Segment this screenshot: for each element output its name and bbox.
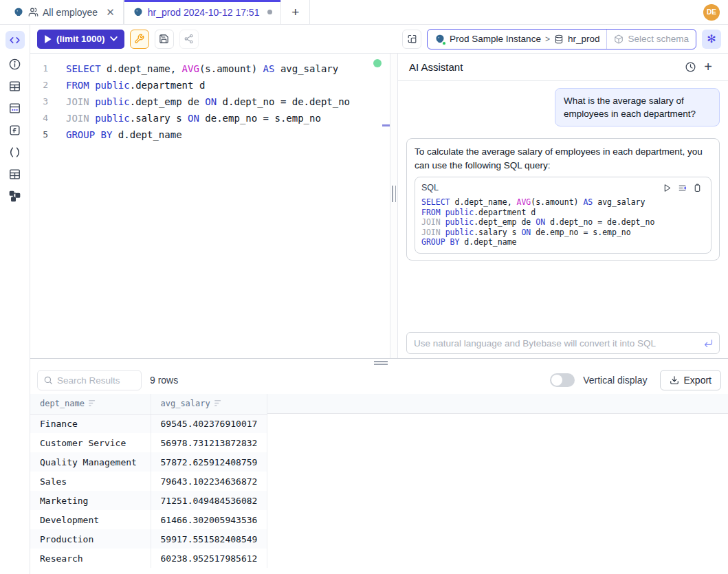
connection-instance-button[interactable]: Prod Sample Instance > hr_prod — [428, 30, 606, 49]
code-line: JOIN public.dept_emp de ON d.dept_no = d… — [66, 93, 350, 110]
diagram-icon — [8, 190, 21, 203]
ai-prompt-input[interactable] — [414, 338, 703, 349]
export-button[interactable]: Export — [660, 370, 721, 390]
close-icon[interactable]: ✕ — [106, 6, 115, 19]
line-number-gutter: 12345 — [30, 60, 58, 143]
grip-icon — [392, 186, 396, 202]
insert-to-editor-button[interactable] — [674, 181, 690, 195]
table-cell[interactable]: Production — [30, 529, 151, 549]
save-sheet-button[interactable] — [155, 30, 174, 49]
search-results-input[interactable] — [57, 375, 135, 386]
schema-placeholder: Select schema — [628, 34, 689, 44]
table-cell[interactable]: Marketing — [30, 491, 151, 510]
table-row[interactable]: Quality Management57872.625912408759 — [30, 452, 267, 472]
line-number: 2 — [30, 77, 48, 93]
horizontal-resize-handle[interactable] — [30, 358, 728, 366]
run-label: (limit 1000) — [56, 34, 105, 44]
panels-icon — [407, 34, 417, 44]
share-sheet-button[interactable] — [179, 30, 199, 49]
table-row[interactable]: Production59917.551582408549 — [30, 529, 267, 549]
save-icon — [159, 34, 169, 44]
sort-icon[interactable] — [214, 400, 222, 407]
results-toolbar: 9 rows Vertical display Export — [30, 366, 728, 394]
vertical-resize-handle[interactable] — [390, 54, 398, 358]
parentheses-icon — [8, 146, 21, 159]
sql-editor[interactable]: 12345 SELECT d.dept_name, AVG(s.amount) … — [30, 54, 390, 358]
table-cell[interactable]: Quality Management — [30, 452, 151, 472]
admin-wrench-button[interactable] — [130, 30, 149, 49]
table-icon — [8, 168, 21, 181]
sidebar-item-functions[interactable] — [8, 124, 21, 137]
header-fill — [267, 394, 728, 414]
table-cell[interactable]: Finance — [30, 414, 151, 433]
code-line: GROUP BY d.dept_name — [421, 237, 705, 247]
chevron-down-icon — [110, 36, 118, 41]
table-cell[interactable]: 69545.402376910017 — [151, 414, 267, 433]
code-line: SELECT d.dept_name, AVG(s.amount) AS avg… — [66, 60, 350, 77]
tab-all-employee[interactable]: All employee ✕ — [4, 0, 124, 24]
tab-label: hr_prod 2024-10-12 17:51 — [148, 7, 260, 18]
table-row[interactable]: Marketing71251.049484536082 — [30, 491, 267, 510]
ai-assistant-button[interactable]: ✻ — [702, 30, 721, 49]
history-button[interactable] — [681, 58, 699, 76]
play-icon — [44, 35, 52, 43]
table-row[interactable]: Sales79643.102234636872 — [30, 472, 267, 491]
sort-icon[interactable] — [89, 400, 96, 407]
editor-toolbar: (limit 1000) — [30, 25, 728, 54]
sidebar-item-sql-editor[interactable] — [5, 31, 25, 49]
database-name: hr_prod — [568, 34, 600, 44]
table-row[interactable]: Development61466.302005943536 — [30, 510, 267, 529]
table-cell[interactable]: 61466.302005943536 — [151, 510, 267, 529]
table-cell[interactable]: 56978.731213872832 — [151, 433, 267, 452]
tab-label: All employee — [43, 7, 98, 18]
code-line: FROM public.department d — [66, 77, 350, 93]
table-row[interactable]: Research60238.952517985612 — [30, 549, 267, 568]
table-cell[interactable]: 59917.551582408549 — [151, 529, 267, 549]
sidebar-item-external-tables[interactable] — [8, 102, 21, 115]
table-header-row: dept_name avg_salary — [30, 394, 267, 414]
table-cell[interactable]: Research — [30, 549, 151, 568]
enter-icon — [703, 338, 714, 349]
table-cell[interactable]: Sales — [30, 472, 151, 491]
table-cell[interactable]: 60238.952517985612 — [151, 549, 267, 568]
table-row[interactable]: Customer Service56978.731213872832 — [30, 433, 267, 452]
sidebar-item-views[interactable] — [8, 168, 21, 181]
unsaved-dot-icon — [267, 10, 272, 14]
code-line: GROUP BY d.dept_name — [66, 126, 350, 143]
new-chat-button[interactable]: + — [699, 58, 717, 76]
sidebar-item-tables[interactable] — [8, 80, 21, 93]
sidebar-item-schema-diagram[interactable] — [8, 190, 21, 203]
ai-assistant-panel: AI Assistant + What is the average salar… — [398, 54, 728, 358]
instance-name: Prod Sample Instance — [450, 34, 541, 44]
scrollbar-marker — [382, 124, 390, 126]
schema-box-icon — [614, 34, 624, 44]
table-cell[interactable]: Customer Service — [30, 433, 151, 452]
tab-hr-prod[interactable]: hr_prod 2024-10-12 17:51 — [124, 0, 282, 24]
avatar[interactable]: DE — [703, 4, 720, 21]
switch-connection-button[interactable] — [402, 30, 421, 49]
run-code-button[interactable] — [659, 181, 674, 195]
results-panel: 9 rows Vertical display Export — [30, 366, 728, 574]
vertical-display-toggle[interactable] — [550, 373, 575, 387]
share-icon — [184, 34, 194, 44]
panel-title: AI Assistant — [409, 61, 463, 73]
sidebar-item-procedures[interactable] — [8, 146, 21, 159]
copy-icon[interactable] — [690, 181, 705, 195]
column-header-dept-name[interactable]: dept_name — [30, 394, 151, 414]
openai-icon: ✻ — [707, 32, 716, 45]
connection-status-dot — [373, 59, 382, 67]
table-cell[interactable]: Development — [30, 510, 151, 529]
vertical-display-label: Vertical display — [583, 375, 647, 386]
table-cell[interactable]: 79643.102234636872 — [151, 472, 267, 491]
new-tab-button[interactable]: + — [281, 0, 310, 24]
sidebar-item-info[interactable] — [8, 58, 21, 71]
user-message: What is the average salary of employees … — [555, 88, 720, 126]
table-cell[interactable]: 71251.049484536082 — [151, 491, 267, 510]
download-icon — [670, 375, 679, 385]
table-row[interactable]: Finance69545.402376910017 — [30, 414, 267, 433]
select-schema-button[interactable]: Select schema — [606, 30, 696, 49]
info-icon — [8, 58, 21, 71]
column-header-avg-salary[interactable]: avg_salary — [151, 394, 267, 414]
table-cell[interactable]: 57872.625912408759 — [151, 452, 267, 472]
run-query-button[interactable]: (limit 1000) — [37, 30, 124, 49]
